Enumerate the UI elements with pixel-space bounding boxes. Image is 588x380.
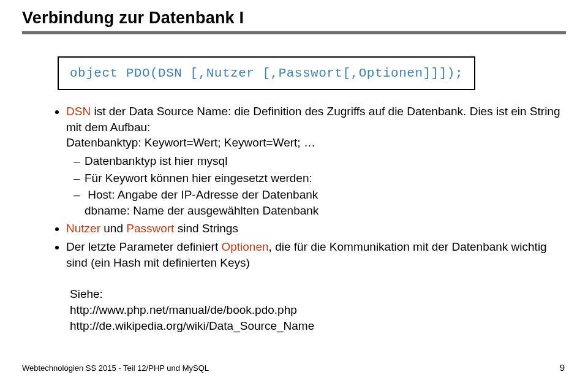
bullet-list: DSN ist der Data Source Name: die Defini… <box>22 104 566 270</box>
passwort-term: Passwort <box>126 222 174 235</box>
sub-host-text: Host: Angabe der IP-Adresse der Datenban… <box>88 188 318 201</box>
dsn-term: DSN <box>66 105 91 118</box>
see-also-block: Siehe: http://www.php.net/manual/de/book… <box>70 286 566 333</box>
dsn-sublist: Datenbanktyp ist hier mysql Für Keywort … <box>66 153 566 219</box>
cred-mid: und <box>100 222 126 235</box>
optionen-term: Optionen <box>221 240 268 253</box>
link-pdo: http://www.php.net/manual/de/book.pdo.ph… <box>70 302 566 318</box>
cred-rest: sind Strings <box>174 222 238 235</box>
dsn-desc-line2: Datenbanktyp: Keywort=Wert; Keywort=Wert… <box>66 136 315 149</box>
sub-host: Host: Angabe der IP-Adresse der Datenban… <box>85 187 566 218</box>
sub-dbname-text: dbname: Name der ausgewählten Datenbank <box>85 204 318 217</box>
bullet-credentials: Nutzer und Passwort sind Strings <box>66 221 566 237</box>
code-box: object PDO(DSN [,Nutzer [,Passwort[,Opti… <box>58 56 475 90</box>
slide: Verbindung zur Datenbank I object PDO(DS… <box>0 0 588 380</box>
opt-pre: Der letzte Parameter definiert <box>66 240 221 253</box>
link-dsn-wiki: http://de.wikipedia.org/wiki/Data_Source… <box>70 318 566 334</box>
title-underline <box>22 31 566 34</box>
bullet-dsn: DSN ist der Data Source Name: die Defini… <box>66 104 566 218</box>
nutzer-term: Nutzer <box>66 222 100 235</box>
sub-dbtype: Datenbanktyp ist hier mysql <box>85 153 566 169</box>
code-text: object PDO(DSN [,Nutzer [,Passwort[,Opti… <box>70 66 463 80</box>
slide-title: Verbindung zur Datenbank I <box>22 9 566 28</box>
footer-text: Webtechnologien SS 2015 - Teil 12/PHP un… <box>22 363 566 373</box>
sub-keyword-intro: Für Keywort können hier eingesetzt werde… <box>85 170 566 186</box>
page-number: 9 <box>560 362 565 373</box>
bullet-options: Der letzte Parameter definiert Optionen,… <box>66 239 566 270</box>
dsn-desc-line1: ist der Data Source Name: die Definition… <box>66 105 560 134</box>
see-label: Siehe: <box>70 286 566 302</box>
title-block: Verbindung zur Datenbank I <box>22 9 566 34</box>
